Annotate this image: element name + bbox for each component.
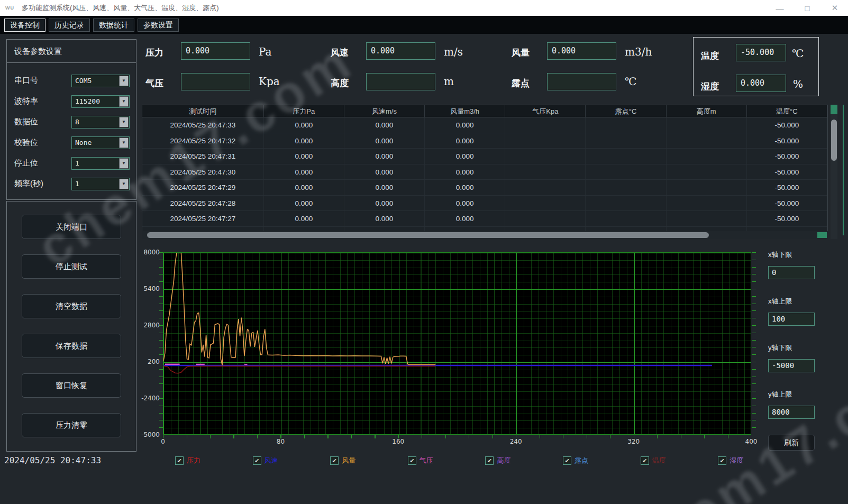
column-header-5[interactable]: 露点°C	[586, 105, 666, 117]
column-header-7[interactable]: 温度°C	[747, 105, 827, 117]
table-vertical-scrollbar[interactable]	[831, 105, 837, 239]
param-value-0: COM5	[72, 77, 119, 85]
chevron-down-icon[interactable]: ▼	[119, 179, 129, 189]
tab-2[interactable]: 数据统计	[93, 19, 134, 32]
param-select-1[interactable]: 115200▼	[71, 95, 130, 108]
refresh-button[interactable]: 刷新	[768, 435, 815, 451]
table-cell: 0.000	[344, 180, 425, 195]
table-cell: 0.000	[264, 149, 344, 164]
series-legend: ✔压力✔风速✔风量✔气压✔高度✔露点✔温度✔湿度	[0, 456, 848, 470]
axis-limit-field-3[interactable]: 8000	[768, 406, 815, 419]
axis-limit-field-0[interactable]: 0	[768, 266, 815, 279]
hscroll-thumb[interactable]	[147, 232, 709, 238]
legend-checkbox-6[interactable]: ✔	[641, 456, 649, 465]
table-cell: 0.000	[425, 117, 505, 133]
param-select-4[interactable]: 1▼	[71, 157, 130, 170]
table-cell: -50.000	[747, 196, 827, 211]
table-row[interactable]: 2024/05/25 20:47:330.0000.0000.000-50.00…	[142, 117, 827, 133]
maximize-icon[interactable]: □	[801, 4, 813, 13]
readout-field-row2-2[interactable]	[547, 73, 616, 90]
readout-field-row1-1[interactable]: 0.000	[366, 42, 435, 60]
table-cell: 0.000	[264, 133, 344, 149]
chevron-down-icon[interactable]: ▼	[119, 138, 129, 148]
legend-checkbox-1[interactable]: ✔	[253, 456, 261, 465]
chevron-down-icon[interactable]: ▼	[119, 96, 129, 107]
chevron-down-icon[interactable]: ▼	[119, 117, 129, 127]
vscroll-thumb[interactable]	[831, 120, 837, 161]
table-cell	[667, 196, 747, 211]
table-row[interactable]: 2024/05/25 20:47:290.0000.0000.000-50.00…	[142, 180, 827, 196]
table-row[interactable]: 2024/05/25 20:47:310.0000.0000.000-50.00…	[142, 149, 827, 164]
param-select-3[interactable]: None▼	[71, 136, 130, 149]
action-button-4[interactable]: 窗口恢复	[22, 373, 121, 398]
table-cell: -50.000	[747, 164, 827, 180]
chevron-down-icon[interactable]: ▼	[119, 76, 129, 86]
temperature-field[interactable]: -50.000	[736, 44, 786, 61]
table-cell	[505, 164, 586, 180]
column-header-4[interactable]: 气压Kpa	[505, 105, 586, 117]
param-select-2[interactable]: 8▼	[71, 116, 130, 129]
y-axis-tick: 200	[136, 358, 160, 365]
table-cell	[667, 164, 747, 180]
param-label-2: 数据位	[14, 117, 38, 127]
readout-field-row2-1[interactable]	[366, 73, 435, 90]
table-cell: 0.000	[344, 117, 425, 133]
column-header-0[interactable]: 测试时间	[142, 105, 264, 117]
x-axis-tick: 160	[392, 438, 404, 445]
tab-1[interactable]: 历史记录	[49, 19, 90, 32]
legend-label-1: 风速	[265, 456, 278, 465]
table-cell: 0.000	[264, 117, 344, 133]
legend-label-4: 高度	[497, 456, 510, 465]
tab-0[interactable]: 设备控制	[4, 19, 45, 32]
chevron-down-icon[interactable]: ▼	[119, 158, 129, 169]
table-cell: -50.000	[747, 117, 827, 133]
legend-checkbox-3[interactable]: ✔	[408, 456, 416, 465]
table-row[interactable]: 2024/05/25 20:47:270.0000.0000.000-50.00…	[142, 211, 827, 227]
legend-checkbox-2[interactable]: ✔	[330, 456, 339, 465]
readout-unit-row2-2: ℃	[625, 75, 636, 88]
readout-field-row1-2[interactable]: 0.000	[547, 42, 616, 60]
readout-field-row2-0[interactable]	[181, 73, 250, 90]
table-cell	[586, 149, 666, 164]
readout-label-row2-2: 露点	[512, 77, 530, 89]
x-axis-tick: 240	[510, 438, 522, 445]
table-cell	[667, 117, 747, 133]
action-button-5[interactable]: 压力清零	[22, 413, 121, 437]
tab-3[interactable]: 参数设置	[138, 19, 179, 32]
table-cell: 2024/05/25 20:47:27	[142, 211, 264, 226]
legend-checkbox-0[interactable]: ✔	[175, 456, 184, 465]
axis-limit-field-1[interactable]: 100	[768, 313, 815, 326]
column-header-6[interactable]: 高度m	[667, 105, 747, 117]
readout-field-row1-0[interactable]: 0.000	[181, 42, 250, 60]
y-axis-tick: 8000	[136, 249, 160, 256]
action-button-3[interactable]: 保存数据	[22, 334, 121, 358]
action-button-2[interactable]: 清空数据	[22, 294, 121, 318]
table-horizontal-scrollbar[interactable]	[142, 231, 828, 239]
column-header-1[interactable]: 压力Pa	[264, 105, 344, 117]
action-button-1[interactable]: 停止测试	[22, 254, 121, 279]
table-cell: 0.000	[344, 211, 425, 226]
table-row[interactable]: 2024/05/25 20:47:320.0000.0000.000-50.00…	[142, 133, 827, 149]
param-select-0[interactable]: COM5▼	[71, 75, 130, 87]
table-cell: 2024/05/25 20:47:33	[142, 117, 264, 133]
legend-checkbox-7[interactable]: ✔	[718, 456, 726, 465]
legend-checkbox-4[interactable]: ✔	[485, 456, 494, 465]
action-button-0[interactable]: 关闭端口	[22, 215, 121, 239]
minimize-icon[interactable]: —	[774, 4, 786, 13]
legend-item-5: ✔露点	[563, 456, 588, 465]
axis-limit-field-2[interactable]: -5000	[768, 359, 815, 372]
legend-checkbox-5[interactable]: ✔	[563, 456, 571, 465]
param-field-4: 停止位1▼	[7, 153, 136, 173]
column-header-2[interactable]: 风速m/s	[344, 105, 425, 117]
table-row[interactable]: 2024/05/25 20:47:300.0000.0000.000-50.00…	[142, 164, 827, 180]
column-header-3[interactable]: 风量m3/h	[425, 105, 505, 117]
readout-unit-row1-0: Pa	[259, 45, 271, 58]
legend-label-7: 湿度	[730, 456, 743, 465]
humidity-field[interactable]: 0.000	[736, 75, 786, 92]
table-cell	[586, 196, 666, 211]
table-row[interactable]: 2024/05/25 20:47:280.0000.0000.000-50.00…	[142, 196, 827, 212]
param-select-5[interactable]: 1▼	[71, 178, 130, 190]
close-icon[interactable]: ✕	[829, 3, 841, 13]
table-cell: 0.000	[264, 180, 344, 195]
readout-label-row2-0: 气压	[145, 77, 163, 89]
